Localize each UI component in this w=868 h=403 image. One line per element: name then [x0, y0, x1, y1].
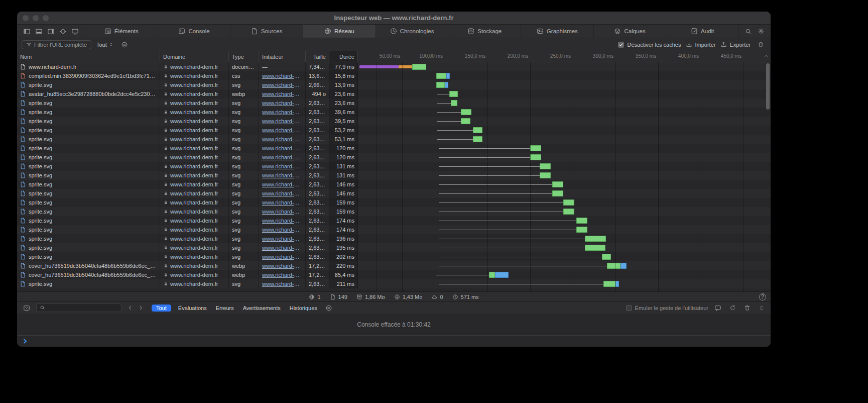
tab-console[interactable]: Console: [158, 25, 231, 38]
tab-elements[interactable]: Éléments: [85, 25, 158, 38]
network-request-row[interactable]: sprite.svgwww.richard-dern.frsvgwww.rich…: [17, 117, 771, 126]
network-request-row[interactable]: sprite.svgwww.richard-dern.frsvgwww.rich…: [17, 162, 771, 171]
column-header-nom[interactable]: Nom: [17, 51, 160, 62]
initiator-link[interactable]: www.richard-d…: [262, 127, 302, 133]
console-scope-avertissements[interactable]: Avertissements: [241, 305, 283, 312]
network-request-row[interactable]: sprite.svgwww.richard-dern.frsvgwww.rich…: [17, 108, 771, 117]
initiator-link[interactable]: www.richard-d…: [262, 109, 302, 115]
minimize-window-button[interactable]: [33, 15, 39, 21]
network-request-row[interactable]: sprite.svgwww.richard-dern.frsvgwww.rich…: [17, 135, 771, 144]
network-request-row[interactable]: sprite.svgwww.richard-dern.frsvgwww.rich…: [17, 243, 771, 252]
column-header-duree[interactable]: Durée: [329, 51, 358, 62]
help-button[interactable]: ?: [759, 293, 766, 300]
initiator-link[interactable]: www.richard-d…: [262, 272, 302, 278]
network-request-row[interactable]: sprite.svgwww.richard-dern.frsvgwww.rich…: [17, 279, 771, 288]
network-request-row[interactable]: sprite.svgwww.richard-dern.frsvgwww.rich…: [17, 126, 771, 135]
initiator-link[interactable]: www.richard-d…: [262, 199, 302, 206]
device-settings-icon[interactable]: [71, 28, 79, 35]
resource-type-dropdown[interactable]: Tout: [96, 42, 114, 48]
emulate-user-gesture-checkbox[interactable]: Émuler le geste de l'utilisateur: [626, 305, 708, 311]
close-window-button[interactable]: [23, 15, 29, 21]
network-request-row[interactable]: sprite.svgwww.richard-dern.frsvgwww.rich…: [17, 189, 771, 198]
tab-reseau[interactable]: Réseau: [303, 25, 376, 38]
filter-options-icon[interactable]: [119, 40, 130, 49]
network-request-row[interactable]: sprite.svgwww.richard-dern.frsvgwww.rich…: [17, 216, 771, 225]
network-request-row[interactable]: compiled.min.38390909f303624ed9e1cf1bd3f…: [17, 71, 771, 80]
initiator-link[interactable]: www.richard-d…: [262, 163, 302, 169]
console-scope-erreurs[interactable]: Erreurs: [214, 305, 236, 312]
console-prompt-row[interactable]: [17, 336, 771, 347]
tab-graphismes[interactable]: Graphismes: [521, 25, 594, 38]
console-scope-evaluations[interactable]: Évaluations: [176, 305, 209, 312]
network-request-row[interactable]: sprite.svgwww.richard-dern.frsvgwww.rich…: [17, 98, 771, 108]
toggle-right-sidebar-icon[interactable]: [47, 28, 55, 35]
initiator-link[interactable]: www.richard-d…: [262, 227, 302, 233]
column-header-type[interactable]: Type: [229, 51, 259, 62]
network-request-row[interactable]: sprite.svgwww.richard-dern.frsvgwww.rich…: [17, 180, 771, 189]
resize-console-chevrons-icon[interactable]: [757, 304, 767, 312]
network-request-row[interactable]: sprite.svgwww.richard-dern.frsvgwww.rich…: [17, 225, 771, 234]
console-scope-tout[interactable]: Tout: [152, 305, 171, 312]
network-request-row[interactable]: sprite.svgwww.richard-dern.frsvgwww.rich…: [17, 234, 771, 243]
column-header-domaine[interactable]: Domaine: [160, 51, 229, 62]
tab-audit[interactable]: Audit: [666, 25, 739, 38]
initiator-link[interactable]: www.richard-d…: [262, 190, 302, 196]
network-request-row[interactable]: sprite.svgwww.richard-dern.frsvgwww.rich…: [17, 252, 771, 261]
tab-sources[interactable]: Sources: [230, 25, 303, 38]
disable-caches-checkbox[interactable]: Désactiver les caches: [618, 42, 681, 48]
search-icon[interactable]: [743, 27, 754, 36]
reload-icon[interactable]: [727, 304, 738, 312]
toggle-left-sidebar-icon[interactable]: [23, 28, 31, 35]
initiator-link[interactable]: www.richard-d…: [262, 136, 302, 142]
console-search-field[interactable]: [36, 304, 121, 312]
clear-console-trash-icon[interactable]: [742, 304, 753, 312]
initiator-link[interactable]: www.richard-d…: [262, 91, 302, 97]
toggle-bottom-drawer-icon[interactable]: [35, 28, 43, 35]
titlebar[interactable]: Inspecteur web — www.richard-dern.fr: [17, 12, 771, 25]
settings-gear-icon[interactable]: [756, 27, 767, 36]
import-button[interactable]: Importer: [686, 41, 715, 48]
vertical-scrollbar-thumb[interactable]: [766, 63, 770, 110]
tab-chronologies[interactable]: Chronologies: [376, 25, 449, 38]
next-result-icon[interactable]: [136, 304, 146, 312]
initiator-link[interactable]: www.richard-d…: [262, 254, 302, 260]
network-request-row[interactable]: sprite.svgwww.richard-dern.frsvgwww.rich…: [17, 144, 771, 153]
initiator-link[interactable]: www.richard-d…: [262, 181, 302, 187]
url-filter-field[interactable]: Filtrer l'URL complète: [22, 40, 91, 49]
console-filter-options-icon[interactable]: [323, 304, 334, 313]
network-request-row[interactable]: sprite.svgwww.richard-dern.frsvgwww.rich…: [17, 207, 771, 216]
initiator-link[interactable]: www.richard-d…: [262, 218, 302, 224]
element-picker-icon[interactable]: [59, 28, 67, 35]
initiator-link[interactable]: www.richard-d…: [262, 263, 302, 269]
initiator-link[interactable]: www.richard-d…: [262, 245, 302, 251]
initiator-link[interactable]: www.richard-d…: [262, 82, 302, 88]
initiator-link[interactable]: www.richard-d…: [262, 145, 302, 151]
column-header-taille[interactable]: Taille: [306, 51, 329, 62]
initiator-link[interactable]: www.richard-d…: [262, 100, 302, 106]
initiator-link[interactable]: www.richard-d…: [262, 281, 302, 287]
network-request-row[interactable]: avatar_hu85ecc3e298728880b0bde2dcc4e5c23…: [17, 89, 771, 98]
zoom-window-button[interactable]: [43, 15, 49, 21]
clear-network-trash-icon[interactable]: [756, 40, 766, 49]
initiator-link[interactable]: www.richard-d…: [262, 209, 302, 215]
export-button[interactable]: Exporter: [720, 41, 751, 48]
console-scope-historiques[interactable]: Historiques: [288, 305, 319, 312]
tab-stockage[interactable]: Stockage: [448, 25, 521, 38]
network-request-row[interactable]: sprite.svgwww.richard-dern.frsvgwww.rich…: [17, 198, 771, 207]
console-mode-icon[interactable]: [21, 304, 32, 313]
column-header-initiateur[interactable]: Initiateur: [259, 51, 306, 62]
collapse-waterfall-icon[interactable]: [764, 53, 769, 59]
initiator-link[interactable]: www.richard-d…: [262, 172, 302, 178]
network-request-row[interactable]: sprite.svgwww.richard-dern.frsvgwww.rich…: [17, 153, 771, 162]
network-request-row[interactable]: www.richard-dern.frwww.richard-dern.frdo…: [17, 62, 771, 71]
network-request-row[interactable]: cover_hu736519dc3b5040cfa48b6b559b6de6ec…: [17, 270, 771, 279]
initiator-link[interactable]: www.richard-d…: [262, 154, 302, 160]
previous-result-icon[interactable]: [126, 304, 135, 312]
initiator-link[interactable]: www.richard-d…: [262, 118, 302, 124]
console-messages-icon[interactable]: [712, 304, 723, 313]
network-request-row[interactable]: cover_hu736519dc3b5040cfa48b6b559b6de6ec…: [17, 261, 771, 270]
tab-calques[interactable]: Calques: [594, 25, 667, 38]
initiator-link[interactable]: www.richard-d…: [262, 236, 302, 242]
network-request-row[interactable]: sprite.svgwww.richard-dern.frsvgwww.rich…: [17, 171, 771, 180]
network-request-row[interactable]: sprite.svgwww.richard-dern.frsvgwww.rich…: [17, 80, 771, 89]
